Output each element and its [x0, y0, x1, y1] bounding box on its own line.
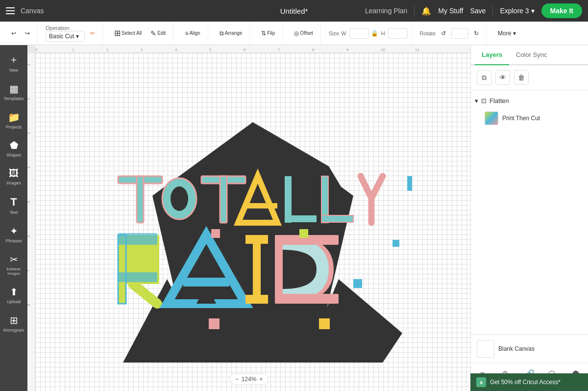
sidebar-item-phrases[interactable]: ✦ Phrases [1, 221, 26, 248]
svg-rect-24 [118, 235, 126, 304]
toolbar: ↩ ↪ Operation Basic Cut ▾ ✏ ⊞ Select All… [0, 22, 588, 45]
svg-rect-40 [209, 318, 220, 329]
undo-button[interactable]: ↩ [8, 27, 20, 39]
text-icon: T [10, 196, 17, 209]
sidebar-item-monogram[interactable]: ⊞ Monogram [1, 311, 26, 337]
select-group: ⊞ Select All ✎ Edit [107, 22, 173, 45]
zoom-in-button[interactable]: + [259, 376, 263, 383]
menu-icon[interactable] [6, 7, 15, 14]
edit-style-button[interactable]: ✏ [87, 27, 98, 39]
history-group: ↩ ↪ [4, 22, 38, 45]
new-icon: ＋ [9, 53, 19, 66]
promo-banner[interactable]: a Get 50% off Cricut Access* [470, 373, 588, 391]
svg-rect-39 [275, 294, 339, 304]
panel-actions: ⧉ 👁 🗑 [471, 65, 588, 90]
width-input[interactable] [349, 28, 369, 39]
top-nav: Canvas Untitled* Learning Plan 🔔 My Stuf… [0, 0, 588, 22]
canvas-area[interactable]: 0 1 2 3 4 5 6 7 8 9 10 11 1 2 3 4 5 [27, 45, 470, 391]
rotate-group: Rotate ↺ ↻ [416, 22, 487, 45]
sidebar-item-editable-images[interactable]: ✂ Editable Images [1, 250, 26, 280]
sidebar-item-shapes[interactable]: ⬟ Shapes [1, 135, 26, 162]
more-group: More ▾ [490, 22, 523, 45]
flatten-group-header[interactable]: ▾ ⊡ Flatten [471, 94, 588, 107]
panel-delete-button[interactable]: 🗑 [514, 70, 529, 85]
zoom-level[interactable]: 124% [242, 376, 257, 383]
blank-canvas-thumbnail [477, 340, 494, 358]
svg-rect-42 [353, 279, 362, 288]
height-input[interactable] [388, 28, 408, 39]
tab-color-sync[interactable]: Color Sync [509, 45, 554, 65]
bell-icon[interactable]: 🔔 [421, 6, 431, 16]
nav-divider-2 [492, 6, 493, 16]
rotate-ccw-button[interactable]: ↺ [438, 27, 449, 39]
svg-rect-36 [118, 233, 157, 245]
sidebar-item-new[interactable]: ＋ New [1, 49, 26, 77]
chevron-down-icon: ▾ [475, 97, 478, 104]
save-button[interactable]: Save [470, 7, 486, 15]
phrases-icon: ✦ [10, 225, 18, 237]
svg-rect-13 [220, 176, 227, 223]
w-label: W [341, 30, 346, 36]
panel-footer: Blank Canvas [471, 335, 588, 363]
panel-tabs: Layers Color Sync [471, 45, 588, 65]
svg-rect-37 [118, 272, 157, 282]
svg-rect-32 [245, 235, 268, 244]
rotate-cw-button[interactable]: ↻ [470, 27, 482, 39]
redo-button[interactable]: ↪ [22, 27, 33, 39]
operation-select[interactable]: Basic Cut ▾ [46, 31, 85, 42]
rotate-input[interactable] [451, 28, 468, 39]
select-all-button[interactable]: ⊞ Select All [111, 26, 145, 40]
document-title[interactable]: Untitled* [280, 7, 308, 15]
offset-group: ◎ Offset [287, 22, 321, 45]
panel-duplicate-button[interactable]: ⧉ [477, 70, 491, 85]
chevron-down-icon: ▾ [531, 7, 535, 15]
align-button[interactable]: ≡ Align [181, 27, 203, 39]
panel-visibility-button[interactable]: 👁 [495, 70, 510, 85]
zoom-indicator: − 124% + [230, 373, 269, 385]
flatten-icon: ⊡ [481, 97, 487, 104]
make-it-button[interactable]: Make It [541, 3, 582, 18]
svg-line-28 [133, 284, 157, 304]
svg-rect-44 [299, 229, 308, 238]
upload-icon: ⬆ [10, 286, 18, 298]
learning-plan[interactable]: Learning Plan [365, 7, 407, 15]
shapes-icon: ⬟ [10, 139, 18, 151]
sidebar-item-projects[interactable]: 📁 Projects [1, 107, 26, 134]
lock-icon[interactable]: 🔒 [371, 30, 378, 37]
right-panel: Layers Color Sync ⧉ 👁 🗑 ▾ ⊡ Flatten Prin… [470, 45, 588, 391]
arrange-button[interactable]: ⧉ Arrange [216, 27, 246, 39]
ruler-left: 1 2 3 4 5 6 7 8 [27, 53, 35, 391]
sidebar-item-images[interactable]: 🖼 Images [1, 164, 26, 190]
nav-divider-1 [414, 6, 415, 16]
layer-thumbnail [485, 111, 498, 125]
flip-group: ⇅ Flip [254, 22, 283, 45]
sidebar-item-text[interactable]: T Text [1, 192, 26, 219]
tab-layers[interactable]: Layers [475, 45, 509, 65]
svg-line-22 [371, 176, 383, 198]
promo-text: Get 50% off Cricut Access* [490, 379, 561, 386]
svg-rect-43 [211, 229, 220, 238]
zoom-out-button[interactable]: − [235, 376, 239, 383]
operation-label: Operation [46, 25, 85, 31]
print-then-cut-label: Print Then Cut [502, 115, 540, 122]
more-button[interactable]: More ▾ [494, 27, 519, 39]
svg-rect-45 [392, 240, 399, 247]
my-stuff-link[interactable]: My Stuff [438, 7, 463, 15]
align-group: ≡ Align [177, 22, 208, 45]
svg-rect-34 [275, 235, 283, 304]
layer-item-print-then-cut[interactable]: Print Then Cut [471, 107, 588, 129]
sidebar-item-upload[interactable]: ⬆ Upload [1, 282, 26, 309]
edit-button[interactable]: ✎ Edit [147, 27, 169, 40]
size-label: Size [329, 30, 339, 36]
sidebar-item-templates[interactable]: ▦ Templates [1, 79, 26, 105]
blank-canvas-label: Blank Canvas [498, 345, 535, 352]
svg-rect-20 [321, 215, 353, 222]
layer-group-flatten: ▾ ⊡ Flatten Print Then Cut [471, 90, 588, 133]
explore-dropdown[interactable]: Explore 3 ▾ [500, 7, 534, 15]
svg-rect-7 [137, 176, 144, 223]
left-sidebar: ＋ New ▦ Templates 📁 Projects ⬟ Shapes 🖼 … [0, 45, 27, 391]
canvas-content[interactable] [35, 53, 470, 391]
offset-button[interactable]: ◎ Offset [291, 27, 317, 39]
flip-button[interactable]: ⇅ Flip [258, 27, 278, 39]
nav-right: Learning Plan 🔔 My Stuff Save Explore 3 … [365, 3, 582, 18]
